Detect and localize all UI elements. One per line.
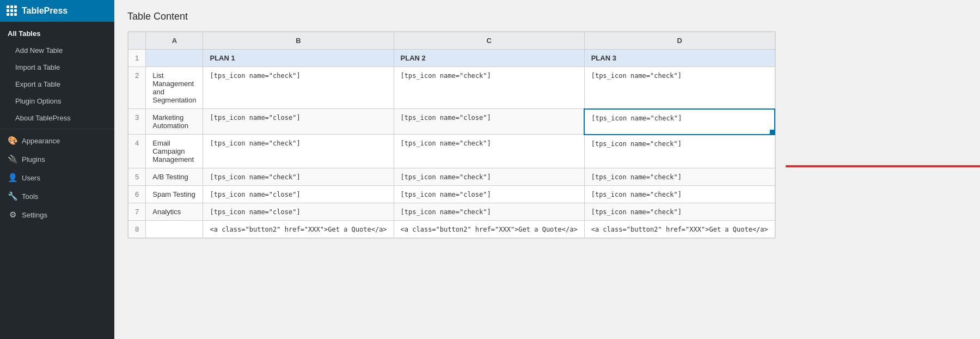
users-icon: 👤 bbox=[8, 173, 17, 183]
sidebar-item-settings[interactable]: ⚙ Settings bbox=[0, 205, 114, 224]
sidebar-item-appearance[interactable]: 🎨 Appearance bbox=[0, 131, 114, 150]
sidebar-label-users: Users bbox=[22, 174, 40, 182]
table-row: 1 PLAN 1 PLAN 2 PLAN 3 bbox=[128, 50, 775, 67]
sidebar-label-about: About TablePress bbox=[15, 114, 71, 122]
sidebar-nav: All Tables Add New Table Import a Table … bbox=[0, 22, 114, 227]
table-row: 5 A/B Testing [tps_icon name="check"] [t… bbox=[128, 168, 775, 186]
plugin-title: TablePress bbox=[22, 6, 68, 16]
sidebar-label-export: Export a Table bbox=[15, 80, 60, 88]
sidebar-label-all-tables: All Tables bbox=[8, 29, 40, 38]
row-num-1: 1 bbox=[128, 50, 146, 67]
sidebar-label-import: Import a Table bbox=[15, 63, 60, 71]
sidebar-label-plugins: Plugins bbox=[22, 155, 45, 164]
sidebar: TablePress All Tables Add New Table Impo… bbox=[0, 0, 114, 339]
cell-5-c[interactable]: [tps_icon name="check"] bbox=[394, 168, 584, 186]
row-num-5: 5 bbox=[128, 168, 146, 186]
cell-7-b[interactable]: [tps_icon name="close"] bbox=[203, 203, 394, 221]
content-table: A B C D 1 PLAN 1 PLAN 2 PLAN 3 bbox=[128, 32, 775, 238]
col-header-row: A B C D bbox=[128, 32, 775, 50]
cell-3-a[interactable]: Marketing Automation bbox=[146, 109, 203, 135]
table-row: 3 Marketing Automation [tps_icon name="c… bbox=[128, 109, 775, 135]
cell-5-d[interactable]: [tps_icon name="check"] bbox=[584, 168, 775, 186]
col-header-c[interactable]: C bbox=[394, 32, 584, 50]
row-num-2: 2 bbox=[128, 67, 146, 109]
row-num-3: 3 bbox=[128, 109, 146, 135]
cell-6-d[interactable]: [tps_icon name="check"] bbox=[584, 186, 775, 203]
table-row: 2 List Management and Segmentation [tps_… bbox=[128, 67, 775, 109]
row-num-8: 8 bbox=[128, 221, 146, 238]
row-num-6: 6 bbox=[128, 186, 146, 203]
sidebar-label-plugin-options: Plugin Options bbox=[15, 97, 62, 105]
cell-4-c[interactable]: [tps_icon name="check"] bbox=[394, 135, 584, 168]
cell-7-d[interactable]: [tps_icon name="check"] bbox=[584, 203, 775, 221]
plugins-icon: 🔌 bbox=[8, 154, 17, 164]
arrow-line bbox=[786, 165, 980, 167]
cell-5-a[interactable]: A/B Testing bbox=[146, 168, 203, 186]
cell-6-a[interactable]: Spam Testing bbox=[146, 186, 203, 203]
cell-3-d-highlighted[interactable]: [tps_icon name="check"] bbox=[584, 109, 775, 135]
col-header-a[interactable]: A bbox=[146, 32, 203, 50]
cell-8-c[interactable]: <a class="button2" href="XXX">Get a Quot… bbox=[394, 221, 584, 238]
cell-4-a[interactable]: Email Campaign Management bbox=[146, 135, 203, 168]
plugin-header[interactable]: TablePress bbox=[0, 0, 114, 22]
cell-6-c[interactable]: [tps_icon name="close"] bbox=[394, 186, 584, 203]
cell-1-c[interactable]: PLAN 2 bbox=[394, 50, 584, 67]
cell-8-d[interactable]: <a class="button2" href="XXX">Get a Quot… bbox=[584, 221, 775, 238]
cell-8-a[interactable] bbox=[146, 221, 203, 238]
sidebar-label-appearance: Appearance bbox=[22, 137, 60, 145]
cell-3-c[interactable]: [tps_icon name="close"] bbox=[394, 109, 584, 135]
sidebar-label-add-new: Add New Table bbox=[15, 46, 63, 55]
main-content: Table Content A B C D 1 bbox=[114, 0, 980, 339]
sidebar-item-about[interactable]: About TablePress bbox=[0, 110, 114, 126]
col-header-b[interactable]: B bbox=[203, 32, 394, 50]
row-num-7: 7 bbox=[128, 203, 146, 221]
table-row: 4 Email Campaign Management [tps_icon na… bbox=[128, 135, 775, 168]
sidebar-item-tools[interactable]: 🔧 Tools bbox=[0, 187, 114, 205]
sidebar-item-import-table[interactable]: Import a Table bbox=[0, 59, 114, 76]
col-header-d[interactable]: D bbox=[584, 32, 775, 50]
cell-1-b[interactable]: PLAN 1 bbox=[203, 50, 394, 67]
cell-1-a[interactable] bbox=[146, 50, 203, 67]
tools-icon: 🔧 bbox=[8, 191, 17, 201]
sidebar-label-settings: Settings bbox=[22, 211, 47, 219]
sidebar-item-all-tables[interactable]: All Tables bbox=[0, 25, 114, 42]
cell-2-c[interactable]: [tps_icon name="check"] bbox=[394, 67, 584, 109]
table-row: 8 <a class="button2" href="XXX">Get a Qu… bbox=[128, 221, 775, 238]
cell-7-c[interactable]: [tps_icon name="check"] bbox=[394, 203, 584, 221]
cell-7-a[interactable]: Analytics bbox=[146, 203, 203, 221]
table-row: 7 Analytics [tps_icon name="close"] [tps… bbox=[128, 203, 775, 221]
table-wrapper: A B C D 1 PLAN 1 PLAN 2 PLAN 3 bbox=[127, 31, 776, 239]
cell-4-d[interactable]: [tps_icon name="check"] bbox=[584, 135, 775, 168]
sidebar-item-users[interactable]: 👤 Users bbox=[0, 168, 114, 187]
cell-2-a[interactable]: List Management and Segmentation bbox=[146, 67, 203, 109]
cell-3-b[interactable]: [tps_icon name="close"] bbox=[203, 109, 394, 135]
sidebar-item-export-table[interactable]: Export a Table bbox=[0, 76, 114, 93]
section-title: Table Content bbox=[127, 11, 967, 22]
row-num-4: 4 bbox=[128, 135, 146, 168]
cell-5-b[interactable]: [tps_icon name="check"] bbox=[203, 168, 394, 186]
sidebar-item-plugin-options[interactable]: Plugin Options bbox=[0, 93, 114, 110]
cell-2-d[interactable]: [tps_icon name="check"] bbox=[584, 67, 775, 109]
cell-4-b[interactable]: [tps_icon name="check"] bbox=[203, 135, 394, 168]
cell-6-b[interactable]: [tps_icon name="close"] bbox=[203, 186, 394, 203]
appearance-icon: 🎨 bbox=[8, 136, 17, 146]
col-header-empty bbox=[128, 32, 146, 50]
settings-icon: ⚙ bbox=[8, 210, 17, 220]
sidebar-label-tools: Tools bbox=[22, 192, 38, 201]
sidebar-item-add-new-table[interactable]: Add New Table bbox=[0, 42, 114, 59]
red-arrow-indicator bbox=[786, 159, 980, 173]
cell-1-d[interactable]: PLAN 3 bbox=[584, 50, 775, 67]
cell-8-b[interactable]: <a class="button2" href="XXX">Get a Quot… bbox=[203, 221, 394, 238]
cell-2-b[interactable]: [tps_icon name="check"] bbox=[203, 67, 394, 109]
sidebar-item-plugins[interactable]: 🔌 Plugins bbox=[0, 150, 114, 168]
tablepress-icon bbox=[7, 5, 17, 16]
table-row: 6 Spam Testing [tps_icon name="close"] [… bbox=[128, 186, 775, 203]
